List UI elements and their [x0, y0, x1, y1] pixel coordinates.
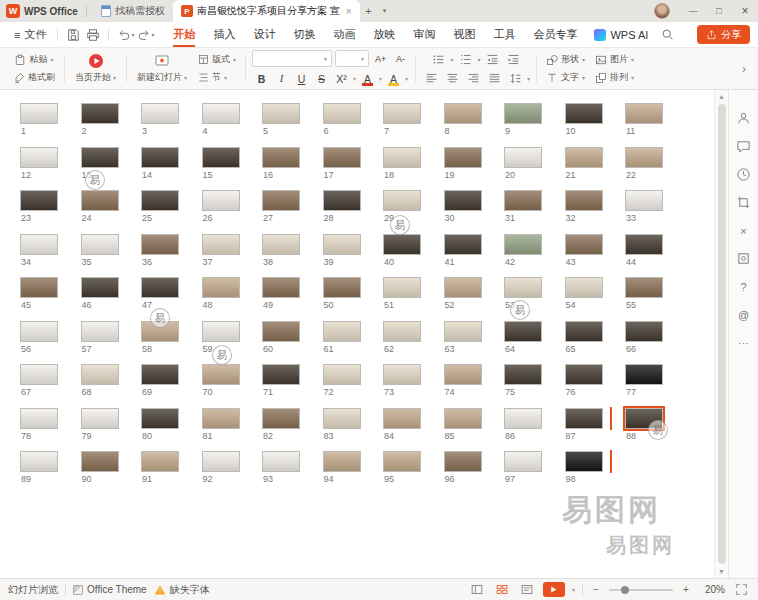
zoom-slider[interactable] [609, 589, 673, 591]
slide-thumbnail-65[interactable]: 65 [565, 321, 626, 365]
slide-thumbnail-43[interactable]: 43 [565, 234, 626, 278]
align-left-button[interactable] [422, 70, 440, 86]
menu-item-工具[interactable]: 工具 [484, 22, 524, 47]
slide-thumbnail-86[interactable]: 86 [504, 408, 565, 452]
more-toolbar-options-button[interactable]: › [736, 50, 752, 87]
menu-item-视图[interactable]: 视图 [444, 22, 484, 47]
slideshow-options-caret[interactable]: ▾ [572, 586, 575, 593]
decrease-indent-button[interactable] [484, 51, 502, 67]
shrink-font-button[interactable]: A- [392, 50, 409, 67]
theme-button[interactable]: Office Theme [73, 584, 147, 595]
slide-thumbnail-2[interactable]: 2 [81, 103, 142, 147]
slide-thumbnail-40[interactable]: 40 [383, 234, 444, 278]
scroll-down-arrow[interactable]: ▼ [715, 565, 728, 578]
slide-thumbnail-51[interactable]: 51 [383, 277, 444, 321]
document-tab-inactive[interactable]: 找稿需授权 [93, 0, 173, 22]
profile-icon[interactable] [735, 110, 752, 127]
slide-thumbnail-4[interactable]: 4 [202, 103, 263, 147]
slide-thumbnail-91[interactable]: 91 [141, 451, 202, 495]
maximize-button[interactable]: □ [706, 0, 732, 22]
more-tools-icon[interactable]: ··· [735, 334, 752, 351]
strikethrough-button[interactable]: S [313, 70, 330, 87]
slide-thumbnail-60[interactable]: 60 [262, 321, 323, 365]
slide-thumbnail-92[interactable]: 92 [202, 451, 263, 495]
fit-to-window-button[interactable] [732, 582, 750, 598]
slide-thumbnail-24[interactable]: 24 [81, 190, 142, 234]
slide-thumbnail-84[interactable]: 84 [383, 408, 444, 452]
menu-item-插入[interactable]: 插入 [204, 22, 244, 47]
slide-thumbnail-17[interactable]: 17 [323, 147, 384, 191]
numbering-button[interactable] [457, 51, 475, 67]
grow-font-button[interactable]: A+ [372, 50, 389, 67]
slide-sorter-view-button[interactable] [493, 582, 511, 598]
arrange-button[interactable]: 排列 ▾ [592, 70, 637, 85]
increase-indent-button[interactable] [505, 51, 523, 67]
slide-thumbnail-31[interactable]: 31 [504, 190, 565, 234]
slide-thumbnail-37[interactable]: 37 [202, 234, 263, 278]
slide-thumbnail-64[interactable]: 64 [504, 321, 565, 365]
underline-button[interactable]: U [293, 70, 310, 87]
slide-thumbnail-42[interactable]: 42 [504, 234, 565, 278]
missing-font-button[interactable]: 缺失字体 [154, 583, 210, 597]
slide-thumbnail-30[interactable]: 30 [444, 190, 505, 234]
crop-icon[interactable] [735, 194, 752, 211]
bold-button[interactable]: B [253, 70, 270, 87]
new-slide-button[interactable]: 新建幻灯片▾ [133, 53, 191, 84]
slide-thumbnail-39[interactable]: 39 [323, 234, 384, 278]
textbox-button[interactable]: 文字 ▾ [543, 70, 588, 85]
slide-thumbnail-71[interactable]: 71 [262, 364, 323, 408]
menu-item-会员专享[interactable]: 会员专享 [524, 22, 586, 47]
menu-item-审阅[interactable]: 审阅 [404, 22, 444, 47]
slide-thumbnail-12[interactable]: 12 [20, 147, 81, 191]
picture-button[interactable]: 图片 ▾ [592, 52, 637, 67]
close-window-button[interactable]: × [732, 0, 758, 22]
slide-thumbnail-49[interactable]: 49 [262, 277, 323, 321]
menu-item-开始[interactable]: 开始 [164, 22, 204, 47]
slide-thumbnail-94[interactable]: 94 [323, 451, 384, 495]
slide-thumbnail-48[interactable]: 48 [202, 277, 263, 321]
zoom-out-button[interactable]: − [590, 584, 602, 595]
slide-thumbnail-34[interactable]: 34 [20, 234, 81, 278]
slide-thumbnail-28[interactable]: 28 [323, 190, 384, 234]
slide-thumbnail-70[interactable]: 70 [202, 364, 263, 408]
slide-thumbnail-58[interactable]: 58 [141, 321, 202, 365]
slide-thumbnail-19[interactable]: 19 [444, 147, 505, 191]
slide-thumbnail-52[interactable]: 52 [444, 277, 505, 321]
highlight-color-button[interactable]: A [385, 70, 402, 87]
history-icon[interactable] [735, 166, 752, 183]
bullets-button[interactable] [430, 51, 448, 67]
slide-thumbnail-87[interactable]: 87 [565, 408, 626, 452]
slide-thumbnail-67[interactable]: 67 [20, 364, 81, 408]
slide-thumbnail-54[interactable]: 54 [565, 277, 626, 321]
slide-thumbnail-53[interactable]: 53 [504, 277, 565, 321]
slide-thumbnail-35[interactable]: 35 [81, 234, 142, 278]
file-menu-button[interactable]: ≡ 文件 [8, 27, 52, 42]
slide-thumbnail-90[interactable]: 90 [81, 451, 142, 495]
document-tab-active[interactable]: P 南昌银悦悦字系项目分享方案 宣 × [173, 0, 360, 22]
slide-thumbnail-22[interactable]: 22 [625, 147, 686, 191]
slide-thumbnail-16[interactable]: 16 [262, 147, 323, 191]
close-tab-icon[interactable]: × [346, 6, 352, 17]
font-color-button[interactable]: A [359, 70, 376, 87]
slide-thumbnail-72[interactable]: 72 [323, 364, 384, 408]
slide-thumbnail-29[interactable]: 29 [383, 190, 444, 234]
slide-thumbnail-77[interactable]: 77 [625, 364, 686, 408]
slide-thumbnail-61[interactable]: 61 [323, 321, 384, 365]
slide-thumbnail-96[interactable]: 96 [444, 451, 505, 495]
shapes-button[interactable]: 形状 ▾ [543, 52, 588, 67]
superscript-button[interactable]: X² [333, 70, 350, 87]
search-button[interactable] [656, 28, 678, 41]
comment-icon[interactable] [735, 138, 752, 155]
slide-thumbnail-9[interactable]: 9 [504, 103, 565, 147]
slide-thumbnail-15[interactable]: 15 [202, 147, 263, 191]
slide-thumbnail-50[interactable]: 50 [323, 277, 384, 321]
print-button[interactable] [83, 26, 103, 44]
align-center-button[interactable] [443, 70, 461, 86]
slide-thumbnail-38[interactable]: 38 [262, 234, 323, 278]
mention-icon[interactable]: @ [735, 306, 752, 323]
slide-thumbnail-41[interactable]: 41 [444, 234, 505, 278]
font-size-select[interactable]: ▾ [335, 50, 369, 67]
close-pane-icon[interactable]: × [735, 222, 752, 239]
slide-thumbnail-89[interactable]: 89 [20, 451, 81, 495]
menu-item-动画[interactable]: 动画 [324, 22, 364, 47]
